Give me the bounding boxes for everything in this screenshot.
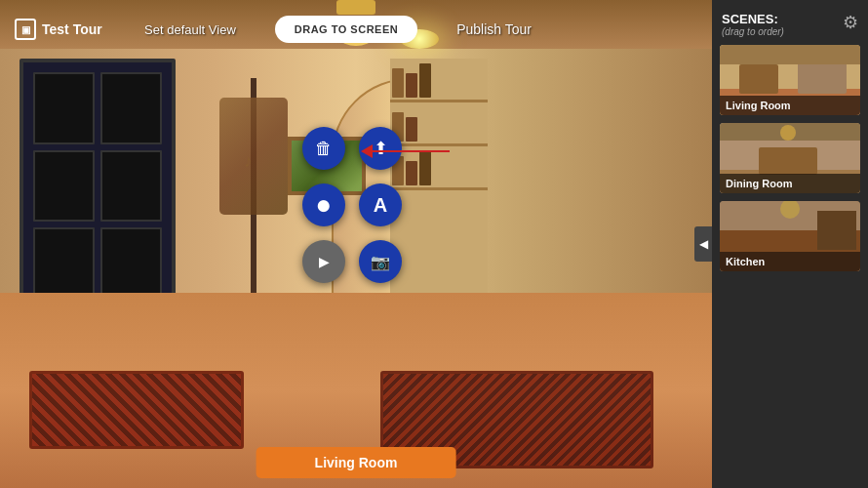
svg-rect-7 bbox=[759, 147, 817, 175]
arrow-line bbox=[372, 150, 450, 152]
set-default-view-button[interactable]: Set default View bbox=[135, 18, 246, 42]
svg-rect-3 bbox=[798, 60, 847, 94]
current-scene-label: Living Room bbox=[256, 447, 456, 478]
scene-name-kitchen: Kitchen bbox=[720, 252, 860, 271]
arrow-pointer bbox=[361, 144, 450, 158]
scenes-title: SCENES: bbox=[722, 12, 784, 26]
delete-hotspot-button[interactable]: 🗑 bbox=[302, 127, 345, 170]
add-video-button[interactable]: ▶ bbox=[302, 240, 345, 283]
rug-left bbox=[29, 371, 244, 449]
tour-icon: ▣ bbox=[15, 19, 36, 40]
svg-rect-13 bbox=[817, 211, 856, 250]
music-note-icon: ♪ bbox=[244, 151, 253, 172]
scene-item-kitchen[interactable]: Kitchen bbox=[720, 201, 860, 271]
main-container: ♪ bbox=[0, 0, 868, 488]
gear-button[interactable]: ⚙ bbox=[843, 12, 858, 33]
coat-rack bbox=[215, 59, 293, 332]
scenes-title-section: SCENES: (drag to order) bbox=[722, 12, 784, 37]
scenes-panel: ◀ SCENES: (drag to order) ⚙ bbox=[712, 0, 868, 488]
toolbar-center: Set default View DRAG TO SCREEN Publish … bbox=[135, 16, 541, 43]
svg-point-9 bbox=[780, 125, 796, 141]
scene-item-living-room[interactable]: Living Room bbox=[720, 45, 860, 115]
collapse-panel-button[interactable]: ◀ bbox=[694, 226, 712, 262]
svg-rect-4 bbox=[720, 45, 860, 64]
toolbar: ▣ Test Tour Set default View DRAG TO SCR… bbox=[0, 0, 556, 59]
add-dot-button[interactable]: ● bbox=[302, 183, 345, 226]
add-text-button[interactable]: A bbox=[359, 183, 402, 226]
add-camera-button[interactable]: 📷 bbox=[359, 240, 402, 283]
umbrella-stand bbox=[190, 293, 229, 371]
tour-name-label: Test Tour bbox=[42, 21, 102, 37]
scene-name-living: Living Room bbox=[720, 96, 860, 115]
tour-name-section: ▣ Test Tour bbox=[15, 19, 102, 40]
scene-item-dining-room[interactable]: Dining Room bbox=[720, 123, 860, 193]
drag-to-screen-button[interactable]: DRAG TO SCREEN bbox=[275, 16, 417, 43]
publish-tour-button[interactable]: Publish Tour bbox=[447, 17, 541, 42]
scenes-header: SCENES: (drag to order) ⚙ bbox=[712, 0, 868, 45]
scene-name-dining: Dining Room bbox=[720, 174, 860, 193]
panorama-area[interactable]: ♪ bbox=[0, 0, 712, 488]
svg-rect-2 bbox=[739, 64, 778, 94]
scenes-subtitle: (drag to order) bbox=[722, 26, 784, 37]
gear-icon: ⚙ bbox=[843, 13, 858, 32]
